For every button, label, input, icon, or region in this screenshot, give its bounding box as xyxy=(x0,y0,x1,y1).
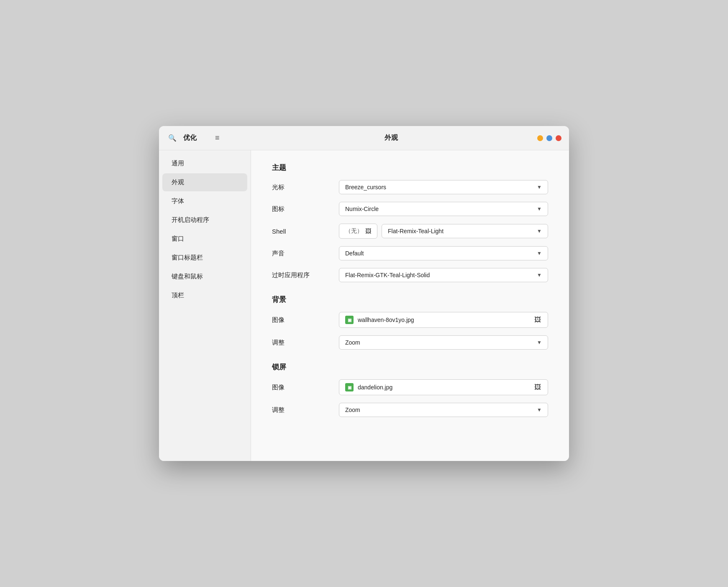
sound-dropdown[interactable]: Default ▼ xyxy=(339,246,548,260)
sidebar-item-topbar[interactable]: 顶栏 xyxy=(162,286,247,304)
shell-label: Shell xyxy=(272,228,339,235)
icons-value: Numix-Circle xyxy=(345,206,379,212)
shell-dropdown[interactable]: Flat-Remix-Teal-Light ▼ xyxy=(382,224,548,238)
cursor-control: Breeze_cursors ▼ xyxy=(339,180,548,194)
bg-image-control: ▣ wallhaven-8ov1yo.jpg 🖼 xyxy=(339,312,548,328)
sound-value: Default xyxy=(345,250,364,257)
main-content: 主题 光标 Breeze_cursors ▼ 图标 xyxy=(251,150,569,461)
bg-adjust-row: 调整 Zoom ▼ xyxy=(272,335,548,350)
legacy-apps-control: Flat-Remix-GTK-Teal-Light-Solid ▼ xyxy=(339,268,548,282)
legacy-apps-dropdown-arrow: ▼ xyxy=(537,272,542,278)
lock-image-browse-button[interactable]: 🖼 xyxy=(533,384,542,391)
menu-button[interactable]: ≡ xyxy=(213,132,221,144)
sidebar-item-keyboard[interactable]: 键盘和鼠标 xyxy=(162,268,247,286)
close-button[interactable] xyxy=(556,135,561,141)
theme-section-title: 主题 xyxy=(272,163,548,172)
sound-control: Default ▼ xyxy=(339,246,548,260)
sidebar-item-fonts[interactable]: 字体 xyxy=(162,192,247,210)
bg-image-file-icon: ▣ xyxy=(345,316,354,324)
sound-dropdown-arrow: ▼ xyxy=(537,250,542,256)
bg-image-browse-button[interactable]: 🖼 xyxy=(533,316,542,324)
shell-control: （无） 🖼 Flat-Remix-Teal-Light ▼ xyxy=(339,224,548,239)
legacy-apps-value: Flat-Remix-GTK-Teal-Light-Solid xyxy=(345,272,430,278)
window-controls xyxy=(537,135,561,141)
bg-image-filename: wallhaven-8ov1yo.jpg xyxy=(358,317,529,323)
sidebar-item-startup[interactable]: 开机启动程序 xyxy=(162,211,247,229)
icons-dropdown[interactable]: Numix-Circle ▼ xyxy=(339,202,548,216)
sidebar-item-titlebar[interactable]: 窗口标题栏 xyxy=(162,249,247,267)
lock-image-filename: dandelion.jpg xyxy=(358,384,529,391)
titlebar-center: 外观 xyxy=(221,134,561,142)
bg-adjust-dropdown[interactable]: Zoom ▼ xyxy=(339,335,548,350)
lock-adjust-dropdown[interactable]: Zoom ▼ xyxy=(339,403,548,417)
background-section: 背景 图像 ▣ wallhaven-8ov1yo.jpg 🖼 调整 xyxy=(272,295,548,350)
cursor-row: 光标 Breeze_cursors ▼ xyxy=(272,180,548,194)
bg-adjust-control: Zoom ▼ xyxy=(339,335,548,350)
sidebar: 通用 外观 字体 开机启动程序 窗口 窗口标题栏 键盘和鼠标 顶栏 xyxy=(159,150,251,461)
icons-control: Numix-Circle ▼ xyxy=(339,202,548,216)
bg-adjust-label: 调整 xyxy=(272,339,339,347)
lockscreen-section: 锁屏 图像 ▣ dandelion.jpg 🖼 调整 xyxy=(272,362,548,417)
shell-preview-label: （无） xyxy=(345,227,363,235)
lockscreen-section-title: 锁屏 xyxy=(272,362,548,372)
sidebar-item-appearance[interactable]: 外观 xyxy=(162,173,247,191)
lock-image-file-input[interactable]: ▣ dandelion.jpg 🖼 xyxy=(339,379,548,395)
page-title: 外观 xyxy=(385,134,398,142)
bg-adjust-value: Zoom xyxy=(345,339,360,346)
content-wrapper: 通用 外观 字体 开机启动程序 窗口 窗口标题栏 键盘和鼠标 顶栏 主题 光标 … xyxy=(159,150,569,461)
shell-preview[interactable]: （无） 🖼 xyxy=(339,224,377,239)
bg-image-file-input[interactable]: ▣ wallhaven-8ov1yo.jpg 🖼 xyxy=(339,312,548,328)
search-button[interactable]: 🔍 xyxy=(167,132,178,144)
bg-image-label: 图像 xyxy=(272,316,339,324)
theme-section: 主题 光标 Breeze_cursors ▼ 图标 xyxy=(272,163,548,282)
icons-dropdown-arrow: ▼ xyxy=(537,206,542,212)
lock-image-row: 图像 ▣ dandelion.jpg 🖼 xyxy=(272,379,548,395)
lock-adjust-label: 调整 xyxy=(272,406,339,414)
lock-adjust-dropdown-arrow: ▼ xyxy=(537,407,542,413)
titlebar-left: 🔍 优化 ≡ xyxy=(167,132,221,144)
sidebar-item-general[interactable]: 通用 xyxy=(162,154,247,172)
lock-image-control: ▣ dandelion.jpg 🖼 xyxy=(339,379,548,395)
cursor-dropdown[interactable]: Breeze_cursors ▼ xyxy=(339,180,548,194)
lock-image-label: 图像 xyxy=(272,384,339,391)
sidebar-item-windows[interactable]: 窗口 xyxy=(162,230,247,248)
cursor-label: 光标 xyxy=(272,183,339,191)
bg-image-row: 图像 ▣ wallhaven-8ov1yo.jpg 🖼 xyxy=(272,312,548,328)
shell-row: Shell （无） 🖼 Flat-Remix-Teal-Light ▼ xyxy=(272,224,548,239)
shell-value: Flat-Remix-Teal-Light xyxy=(388,228,443,234)
sound-row: 声音 Default ▼ xyxy=(272,246,548,260)
lock-adjust-control: Zoom ▼ xyxy=(339,403,548,417)
icons-label: 图标 xyxy=(272,205,339,213)
shell-dropdown-arrow: ▼ xyxy=(537,228,542,234)
background-section-title: 背景 xyxy=(272,295,548,304)
sound-label: 声音 xyxy=(272,250,339,257)
legacy-apps-row: 过时应用程序 Flat-Remix-GTK-Teal-Light-Solid ▼ xyxy=(272,268,548,282)
icons-row: 图标 Numix-Circle ▼ xyxy=(272,202,548,216)
cursor-dropdown-arrow: ▼ xyxy=(537,184,542,190)
legacy-apps-dropdown[interactable]: Flat-Remix-GTK-Teal-Light-Solid ▼ xyxy=(339,268,548,282)
sidebar-title: 优化 xyxy=(183,134,208,142)
cursor-value: Breeze_cursors xyxy=(345,184,386,191)
lock-adjust-row: 调整 Zoom ▼ xyxy=(272,403,548,417)
bg-adjust-dropdown-arrow: ▼ xyxy=(537,340,542,345)
lock-image-file-icon: ▣ xyxy=(345,383,354,391)
shell-preview-icon: 🖼 xyxy=(365,228,371,234)
minimize-button[interactable] xyxy=(537,135,543,141)
maximize-button[interactable] xyxy=(546,135,552,141)
titlebar: 🔍 优化 ≡ 外观 xyxy=(159,126,569,150)
legacy-apps-label: 过时应用程序 xyxy=(272,271,339,279)
main-window: 🔍 优化 ≡ 外观 通用 外观 字体 开机启动程序 窗口 窗口标题栏 键盘和鼠标… xyxy=(159,126,569,461)
lock-adjust-value: Zoom xyxy=(345,407,360,413)
